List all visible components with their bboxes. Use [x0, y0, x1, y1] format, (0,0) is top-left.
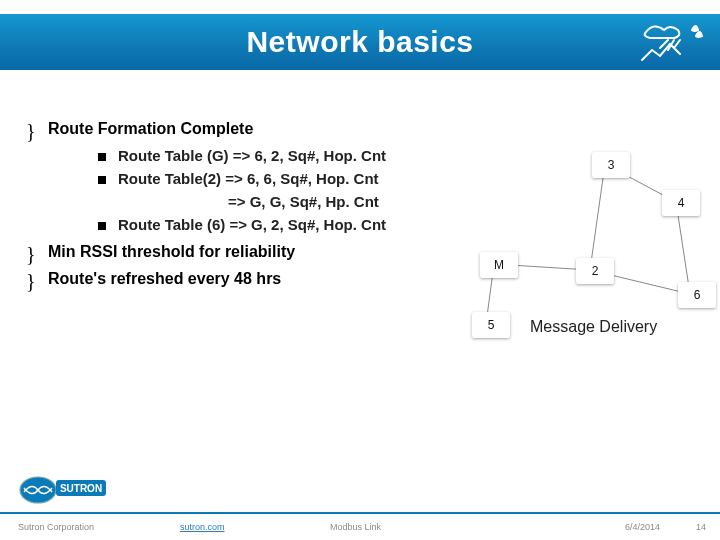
page-title: Network basics: [246, 25, 473, 59]
footer-company: Sutron Corporation: [18, 522, 94, 532]
svg-text:SUTRON: SUTRON: [60, 483, 102, 494]
node-master: M: [480, 252, 518, 278]
square-bullet-icon: [98, 222, 106, 230]
node-6: 6: [678, 282, 716, 308]
footer-date: 6/4/2014: [625, 522, 660, 532]
sub-text: Route Table (6) => G, 2, Sq#, Hop. Cnt: [118, 216, 386, 233]
footer-url[interactable]: sutron.com: [180, 522, 225, 532]
footer-page-number: 14: [696, 522, 706, 532]
svg-line-4: [590, 164, 605, 270]
bullet-text: Route's refreshed every 48 hrs: [48, 270, 281, 288]
bullet-marker: }: [26, 243, 48, 264]
node-3: 3: [592, 152, 630, 178]
bullet-text: Route Formation Complete: [48, 120, 253, 138]
bullet-marker: }: [26, 120, 48, 141]
node-4: 4: [662, 190, 700, 216]
sutron-logo: SUTRON: [18, 474, 108, 510]
svg-line-2: [674, 40, 680, 48]
sub-text: Route Table (G) => 6, 2, Sq#, Hop. Cnt: [118, 147, 386, 164]
title-banner: Network basics: [0, 14, 720, 70]
square-bullet-icon: [98, 176, 106, 184]
footer-product: Modbus Link: [330, 522, 381, 532]
sub-text: Route Table(2) => 6, 6, Sq#, Hop. Cnt: [118, 170, 379, 187]
square-bullet-icon: [98, 153, 106, 161]
footer-divider: [0, 512, 720, 514]
bullet-marker: }: [26, 270, 48, 291]
node-5: 5: [472, 312, 510, 338]
banner-icons: [638, 18, 710, 70]
bullet-text: Min RSSI threshold for reliability: [48, 243, 295, 261]
node-2: 2: [576, 258, 614, 284]
network-diagram: 3 4 M 2 6 5 Message Delivery: [430, 130, 710, 370]
diagram-label: Message Delivery: [530, 318, 657, 336]
